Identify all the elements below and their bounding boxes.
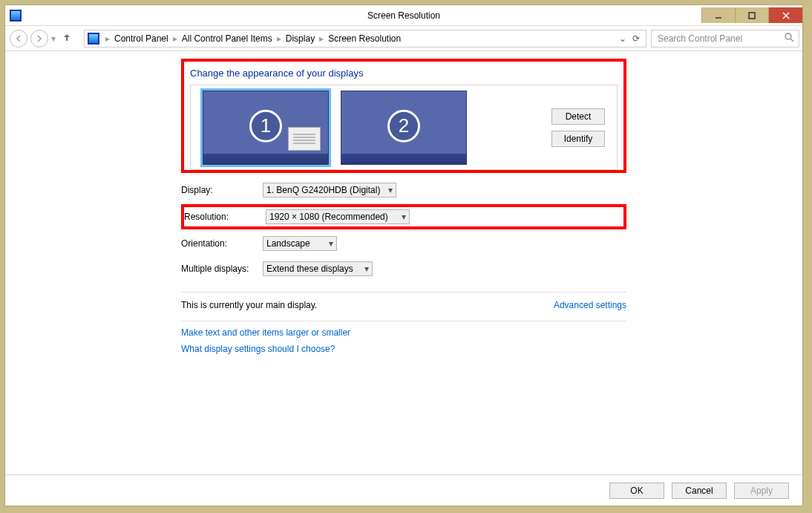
up-button[interactable] xyxy=(62,32,75,45)
chevron-down-icon: ▾ xyxy=(329,238,333,249)
maximize-button[interactable] xyxy=(735,7,768,23)
chevron-right-icon: ▸ xyxy=(275,33,283,44)
breadcrumb-item[interactable]: All Control Panel Items xyxy=(179,33,275,44)
recent-locations-dropdown[interactable]: ▾ xyxy=(50,33,57,44)
window-title: Screen Resolution xyxy=(367,10,440,21)
minimize-button[interactable] xyxy=(701,7,735,23)
orientation-select-value: Landscape xyxy=(266,238,310,249)
breadcrumb-item[interactable]: Control Panel xyxy=(111,33,171,44)
forward-button[interactable] xyxy=(30,30,48,48)
svg-rect-1 xyxy=(749,13,755,19)
ok-button[interactable]: OK xyxy=(609,483,664,499)
section-title: Change the appearance of your displays xyxy=(190,62,618,85)
display-settings-help-link[interactable]: What display settings should I choose? xyxy=(181,344,335,354)
monitor-2[interactable]: 2 xyxy=(341,91,467,165)
back-button[interactable] xyxy=(10,30,27,48)
monitor-number: 1 xyxy=(249,109,282,142)
monitor-1[interactable]: 1 xyxy=(203,91,329,165)
svg-point-4 xyxy=(785,33,791,39)
detect-button[interactable]: Detect xyxy=(551,108,605,125)
display-select[interactable]: 1. BenQ G2420HDB (Digital) ▾ xyxy=(263,183,396,197)
taskbar-icon xyxy=(203,154,328,164)
orientation-label: Orientation: xyxy=(181,238,263,249)
chevron-down-icon: ▾ xyxy=(388,185,393,195)
make-text-larger-link[interactable]: Make text and other items larger or smal… xyxy=(181,327,350,338)
breadcrumb-item[interactable]: Display xyxy=(283,33,318,44)
control-panel-icon xyxy=(88,33,99,45)
cancel-button[interactable]: Cancel xyxy=(672,483,727,499)
search-input[interactable] xyxy=(656,33,784,45)
screen-resolution-window: Screen Resolution ▾ ▸ xyxy=(4,4,803,506)
resolution-select-value: 1920 × 1080 (Recommended) xyxy=(269,212,388,222)
search-box[interactable] xyxy=(651,30,799,48)
chevron-right-icon: ▸ xyxy=(318,33,325,44)
identify-button[interactable]: Identify xyxy=(551,131,605,147)
refresh-icon[interactable]: ⟳ xyxy=(632,33,640,44)
chevron-right-icon: ▸ xyxy=(171,33,179,44)
main-display-text: This is currently your main display. xyxy=(181,300,317,310)
apply-button[interactable]: Apply xyxy=(734,483,789,499)
chevron-right-icon: ▸ xyxy=(104,33,111,44)
svg-line-5 xyxy=(790,39,793,42)
multiple-displays-select[interactable]: Extend these displays ▾ xyxy=(263,261,373,276)
highlight-resolution-row: Resolution: 1920 × 1080 (Recommended) ▾ xyxy=(181,204,626,229)
titlebar: Screen Resolution xyxy=(5,5,802,26)
chevron-down-icon: ▾ xyxy=(364,264,369,274)
search-icon xyxy=(784,32,794,45)
display-arrangement-area[interactable]: 1 2 Detect Identify xyxy=(190,85,618,170)
resolution-label: Resolution: xyxy=(184,212,266,222)
resolution-select[interactable]: 1920 × 1080 (Recommended) ▾ xyxy=(266,209,410,224)
addressbar[interactable]: ▸ Control Panel ▸ All Control Panel Item… xyxy=(84,30,646,48)
chevron-down-icon: ▾ xyxy=(402,212,406,222)
multiple-displays-select-value: Extend these displays xyxy=(266,264,353,274)
taskbar-icon xyxy=(341,154,466,164)
address-dropdown-icon[interactable]: ⌄ xyxy=(619,33,626,44)
control-panel-display-icon xyxy=(10,10,22,22)
monitor-number: 2 xyxy=(387,109,420,142)
keyboard-icon xyxy=(288,127,321,151)
advanced-settings-link[interactable]: Advanced settings xyxy=(554,300,626,310)
display-select-value: 1. BenQ G2420HDB (Digital) xyxy=(266,185,380,195)
highlight-displays-section: Change the appearance of your displays 1… xyxy=(181,59,626,173)
orientation-select[interactable]: Landscape ▾ xyxy=(263,236,337,251)
breadcrumb-item[interactable]: Screen Resolution xyxy=(325,33,404,44)
display-label: Display: xyxy=(181,185,263,195)
multiple-displays-label: Multiple displays: xyxy=(181,264,263,274)
close-button[interactable] xyxy=(768,7,802,23)
